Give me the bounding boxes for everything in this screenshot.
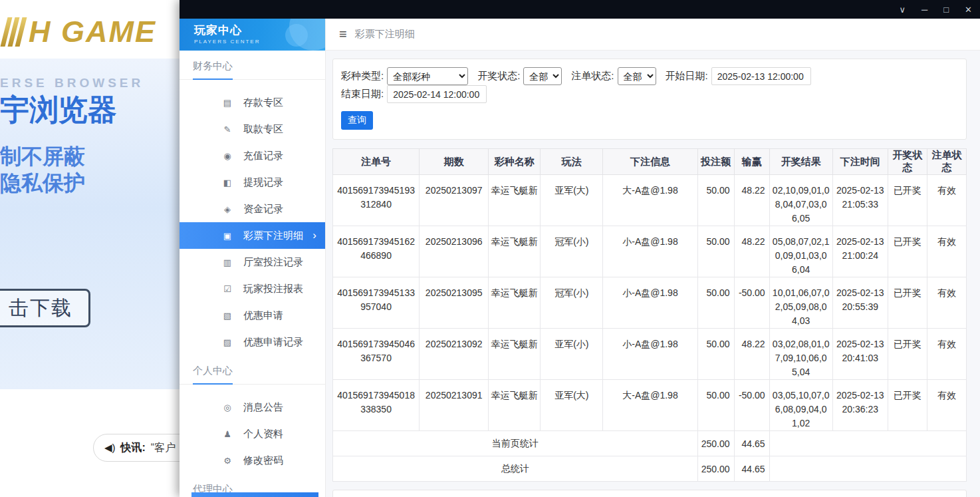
column-header: 期数 — [420, 149, 489, 175]
column-header: 开奖状态 — [888, 149, 927, 175]
sidebar-item-lottery-bet-detail[interactable]: ▣彩票下注明细› — [180, 222, 325, 249]
column-header: 注单号 — [333, 149, 420, 175]
cell-draw_status: 已开奖 — [888, 226, 927, 277]
sidebar-item-label: 优惠申请 — [243, 309, 283, 322]
cell-lottery: 幸运飞艇新 — [489, 175, 541, 226]
chevron-down-icon[interactable]: ∨ — [900, 5, 906, 14]
window-titlebar: ∨ ─ □ ✕ — [180, 0, 980, 19]
minimize-icon[interactable]: ─ — [921, 5, 927, 14]
sidebar-title: 玩家中心 — [194, 23, 325, 38]
lottery-bet-detail-icon: ▣ — [222, 231, 233, 241]
draw-status-select[interactable]: 全部 — [523, 67, 562, 85]
sidebar-item-label: 个人资料 — [243, 428, 283, 440]
sidebar-item-promo-apply-record[interactable]: ▨优惠申请记录 — [180, 329, 325, 355]
column-header: 下注时间 — [832, 149, 888, 175]
sidebar-item-withdrawal-record[interactable]: ◧提现记录 — [180, 169, 325, 196]
start-date-label: 开始日期: — [666, 70, 708, 83]
bet-table-panel: 注单号期数彩种名称玩法下注信息投注额输赢开奖结果下注时间开奖状态注单状态 401… — [332, 148, 967, 482]
bet-status-select[interactable]: 全部 — [618, 67, 656, 85]
close-icon[interactable]: ✕ — [965, 5, 972, 14]
column-header: 玩法 — [541, 149, 603, 175]
sidebar-item-label: 彩票下注明细 — [243, 230, 303, 242]
sidebar-item-label: 取款专区 — [243, 123, 283, 136]
cell-bet_status: 有效 — [927, 329, 966, 380]
summary-row: 总统计250.0044.65 — [333, 456, 967, 482]
cell-time: 2025-02-13 21:00:24 — [832, 226, 888, 277]
summary-amount: 250.00 — [697, 456, 734, 482]
promo-banner: ERSE BROWSER 宇浏览器 制不屏蔽 隐私保护 击下载 — [0, 59, 180, 389]
withdrawal-record-icon: ◧ — [222, 178, 233, 188]
cell-period: 20250213097 — [420, 175, 489, 226]
start-date-input[interactable] — [711, 67, 811, 85]
download-button[interactable]: 击下载 — [0, 289, 90, 327]
pagination-bar: 每页显示20条 共5条 首页 上一页 1 下一页 第 页 跳转 — [332, 490, 967, 497]
cell-bet_info: 小-A盘@1.98 — [603, 277, 697, 329]
cell-draw_status: 已开奖 — [888, 175, 927, 226]
table-row: 40156917394501833835020250213091幸运飞艇新亚军(… — [333, 380, 967, 431]
cell-amount: 50.00 — [697, 226, 734, 277]
sidebar: 玩家中心 PLAYERS CENTER 财务中心▤存款专区✎取款专区◉充值记录◧… — [180, 19, 326, 497]
filter-panel: 彩种类型: 全部彩种 开奖状态: 全部 注单状态: — [332, 59, 967, 140]
cell-bet_no: 401569173945162466890 — [333, 226, 420, 277]
sidebar-menu: 财务中心▤存款专区✎取款专区◉充值记录◧提现记录◈资金记录▣彩票下注明细›▥厅室… — [180, 51, 325, 497]
table-row: 40156917394519331284020250213097幸运飞艇新亚军(… — [333, 175, 967, 226]
sidebar-item-message-notice[interactable]: ◎消息公告 — [180, 394, 325, 420]
summary-empty — [769, 431, 966, 456]
cell-amount: 50.00 — [697, 175, 734, 226]
column-header: 下注信息 — [603, 149, 697, 175]
sidebar-item-label: 玩家投注报表 — [243, 283, 303, 295]
personal-profile-icon: ♟ — [222, 429, 233, 439]
column-header: 注单状态 — [927, 149, 966, 175]
cell-winloss: -50.00 — [734, 277, 769, 329]
banner-title: 宇浏览器 — [0, 90, 117, 130]
recharge-record-icon: ◉ — [222, 151, 233, 161]
ticker-text: “客户 — [151, 441, 176, 455]
table-row: 40156917394516246689020250213096幸运飞艇新冠军(… — [333, 226, 967, 277]
sidebar-header: 玩家中心 PLAYERS CENTER — [180, 19, 325, 51]
cell-period: 20250213092 — [420, 329, 489, 380]
cell-bet_info: 大-A盘@1.98 — [603, 175, 697, 226]
lottery-type-label: 彩种类型: — [341, 70, 384, 83]
sidebar-item-deposit-zone[interactable]: ▤存款专区 — [180, 89, 325, 116]
content: 彩种类型: 全部彩种 开奖状态: 全部 注单状态: — [326, 51, 980, 497]
cell-draw_status: 已开奖 — [888, 277, 927, 329]
cell-time: 2025-02-13 20:55:39 — [832, 277, 888, 329]
summary-label: 当前页统计 — [333, 431, 698, 456]
sidebar-item-change-password[interactable]: ⚙修改密码 — [180, 447, 325, 474]
logo-text: H GAME — [29, 15, 156, 49]
cell-bet_status: 有效 — [927, 175, 966, 226]
logo-bars-icon — [4, 17, 23, 47]
cell-bet_no: 401569173945018338350 — [333, 380, 420, 431]
banner-line2: 制不屏蔽 — [0, 142, 85, 172]
lottery-type-select[interactable]: 全部彩种 — [387, 67, 468, 85]
query-button[interactable]: 查询 — [341, 111, 373, 130]
cell-result: 03,05,10,07,06,08,09,04,01,02 — [769, 380, 832, 431]
sidebar-subtitle: PLAYERS CENTER — [194, 39, 325, 45]
sidebar-item-personal-profile[interactable]: ♟个人资料 — [180, 420, 325, 447]
column-header: 开奖结果 — [769, 149, 832, 175]
sidebar-item-label: 资金记录 — [243, 203, 283, 216]
sidebar-item-hall-bet-record[interactable]: ▥厅室投注记录 — [180, 249, 325, 275]
sidebar-item-fund-record[interactable]: ◈资金记录 — [180, 196, 325, 222]
cell-amount: 50.00 — [697, 277, 734, 329]
sidebar-item-recharge-record[interactable]: ◉充值记录 — [180, 142, 325, 169]
sidebar-item-player-bet-report[interactable]: ☑玩家投注报表 — [180, 275, 325, 302]
cell-bet_info: 小-A盘@1.98 — [603, 226, 697, 277]
summary-winloss: 44.65 — [734, 431, 769, 456]
sidebar-section-title: 财务中心 — [193, 60, 233, 80]
speaker-icon: ◀) — [104, 442, 116, 454]
end-date-input[interactable] — [387, 85, 487, 103]
cell-bet_status: 有效 — [927, 277, 966, 329]
maximize-icon[interactable]: □ — [943, 5, 949, 14]
cell-bet_status: 有效 — [927, 380, 966, 431]
hamburger-menu-icon[interactable]: ≡ — [339, 27, 347, 42]
cell-bet_info: 小-A盘@1.98 — [603, 329, 697, 380]
banner-tagline-en: ERSE BROWSER — [0, 76, 144, 90]
cell-amount: 50.00 — [697, 329, 734, 380]
cell-amount: 50.00 — [697, 380, 734, 431]
sidebar-item-withdraw-zone[interactable]: ✎取款专区 — [180, 116, 325, 142]
bet-table: 注单号期数彩种名称玩法下注信息投注额输赢开奖结果下注时间开奖状态注单状态 401… — [332, 148, 967, 482]
sidebar-item-label: 修改密码 — [243, 454, 283, 467]
sidebar-item-promo-apply[interactable]: ▧优惠申请 — [180, 302, 325, 329]
column-header: 彩种名称 — [489, 149, 541, 175]
